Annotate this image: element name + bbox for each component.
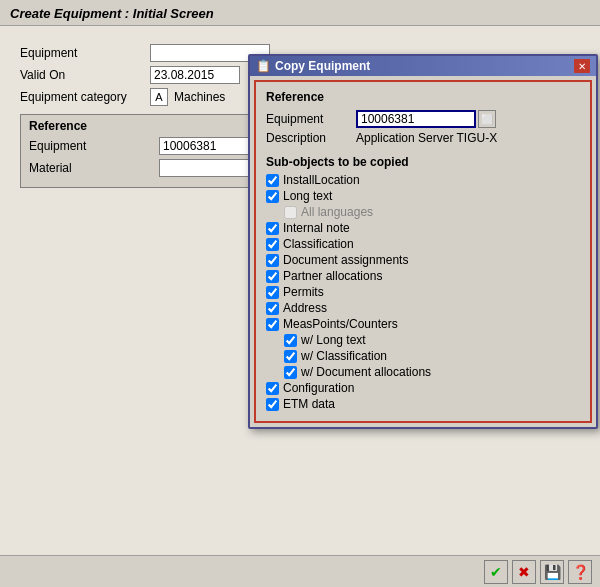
checkbox-cb_internal[interactable] (266, 222, 279, 235)
checkbox-row-cb_w_docassign: w/ Document allocations (284, 365, 580, 379)
bottom-toolbar: ✔ ✖ 💾 ❓ (0, 555, 600, 587)
copy-equipment-dialog: 📋 Copy Equipment ✕ Reference Equipment ⬜… (248, 54, 598, 429)
checkbox-cb_install[interactable] (266, 174, 279, 187)
dialog-equipment-label: Equipment (266, 112, 356, 126)
title-text: Create Equipment : Initial Screen (10, 6, 214, 21)
dialog-reference-section: Reference Equipment ⬜ Description Applic… (266, 90, 580, 145)
dialog-equipment-row: Equipment ⬜ (266, 110, 580, 128)
checkbox-cb_all_lang (284, 206, 297, 219)
checkbox-cb_w_docassign[interactable] (284, 366, 297, 379)
checkbox-label-cb_partner: Partner allocations (283, 269, 382, 283)
dialog-equipment-value: ⬜ (356, 110, 496, 128)
checkbox-cb_longtext[interactable] (266, 190, 279, 203)
checkbox-row-cb_partner: Partner allocations (266, 269, 580, 283)
checkboxes-container: InstallLocationLong textAll languagesInt… (266, 173, 580, 411)
dialog-title-text: Copy Equipment (275, 59, 370, 73)
checkbox-label-cb_address: Address (283, 301, 327, 315)
checkbox-label-cb_w_longtext: w/ Long text (301, 333, 366, 347)
valid-on-input[interactable] (150, 66, 240, 84)
sub-objects-title: Sub-objects to be copied (266, 155, 580, 169)
reference-section: Reference Equipment Material (20, 114, 260, 188)
dialog-content: Reference Equipment ⬜ Description Applic… (254, 80, 592, 423)
save-button[interactable]: 💾 (540, 560, 564, 584)
ref-material-row: Material (29, 159, 251, 177)
ref-equipment-row: Equipment (29, 137, 251, 155)
checkbox-row-cb_config: Configuration (266, 381, 580, 395)
checkbox-row-cb_w_class: w/ Classification (284, 349, 580, 363)
checkbox-row-cb_all_lang: All languages (284, 205, 580, 219)
checkbox-cb_docassign[interactable] (266, 254, 279, 267)
checkbox-row-cb_measpoints: MeasPoints/Counters (266, 317, 580, 331)
checkbox-label-cb_w_docassign: w/ Document allocations (301, 365, 431, 379)
checkbox-label-cb_etm: ETM data (283, 397, 335, 411)
checkbox-row-cb_longtext: Long text (266, 189, 580, 203)
confirm-button[interactable]: ✔ (484, 560, 508, 584)
checkbox-row-cb_permits: Permits (266, 285, 580, 299)
dialog-title-icon: 📋 (256, 59, 271, 73)
ref-equipment-label: Equipment (29, 139, 159, 153)
reference-title: Reference (29, 119, 251, 133)
help-button[interactable]: ❓ (568, 560, 592, 584)
valid-on-field-value (150, 66, 240, 84)
checkbox-cb_address[interactable] (266, 302, 279, 315)
category-code: A (150, 88, 168, 106)
ref-material-input[interactable] (159, 159, 249, 177)
checkbox-cb_permits[interactable] (266, 286, 279, 299)
checkbox-cb_class[interactable] (266, 238, 279, 251)
dialog-title-left: 📋 Copy Equipment (256, 59, 370, 73)
checkbox-cb_etm[interactable] (266, 398, 279, 411)
ref-material-label: Material (29, 161, 159, 175)
reference-section-title: Reference (266, 90, 580, 104)
checkbox-row-cb_class: Classification (266, 237, 580, 251)
checkbox-label-cb_all_lang: All languages (301, 205, 373, 219)
checkbox-label-cb_config: Configuration (283, 381, 354, 395)
dialog-description-row: Description Application Server TIGU-X (266, 131, 580, 145)
dialog-close-button[interactable]: ✕ (574, 59, 590, 73)
category-name: Machines (174, 90, 225, 104)
dialog-equipment-browse-button[interactable]: ⬜ (478, 110, 496, 128)
checkbox-row-cb_address: Address (266, 301, 580, 315)
checkbox-row-cb_install: InstallLocation (266, 173, 580, 187)
checkbox-label-cb_measpoints: MeasPoints/Counters (283, 317, 398, 331)
equipment-category-value: A Machines (150, 88, 225, 106)
equipment-label: Equipment (20, 46, 150, 60)
checkbox-cb_config[interactable] (266, 382, 279, 395)
equipment-category-label: Equipment category (20, 90, 150, 104)
checkbox-label-cb_class: Classification (283, 237, 354, 251)
checkbox-row-cb_docassign: Document assignments (266, 253, 580, 267)
dialog-titlebar: 📋 Copy Equipment ✕ (250, 56, 596, 76)
checkbox-row-cb_etm: ETM data (266, 397, 580, 411)
dialog-description-value: Application Server TIGU-X (356, 131, 497, 145)
checkbox-label-cb_longtext: Long text (283, 189, 332, 203)
checkbox-label-cb_permits: Permits (283, 285, 324, 299)
window-title: Create Equipment : Initial Screen (0, 0, 600, 26)
checkbox-row-cb_internal: Internal note (266, 221, 580, 235)
checkbox-row-cb_w_longtext: w/ Long text (284, 333, 580, 347)
checkbox-label-cb_docassign: Document assignments (283, 253, 408, 267)
checkbox-cb_measpoints[interactable] (266, 318, 279, 331)
cancel-button[interactable]: ✖ (512, 560, 536, 584)
checkbox-cb_partner[interactable] (266, 270, 279, 283)
checkbox-label-cb_internal: Internal note (283, 221, 350, 235)
ref-equipment-input[interactable] (159, 137, 249, 155)
valid-on-label: Valid On (20, 68, 150, 82)
dialog-equipment-input[interactable] (356, 110, 476, 128)
checkbox-label-cb_w_class: w/ Classification (301, 349, 387, 363)
checkbox-cb_w_longtext[interactable] (284, 334, 297, 347)
dialog-description-label: Description (266, 131, 356, 145)
main-area: Equipment Valid On Equipment category A … (0, 26, 600, 581)
checkbox-cb_w_class[interactable] (284, 350, 297, 363)
sub-objects-section: Sub-objects to be copied InstallLocation… (266, 155, 580, 411)
checkbox-label-cb_install: InstallLocation (283, 173, 360, 187)
